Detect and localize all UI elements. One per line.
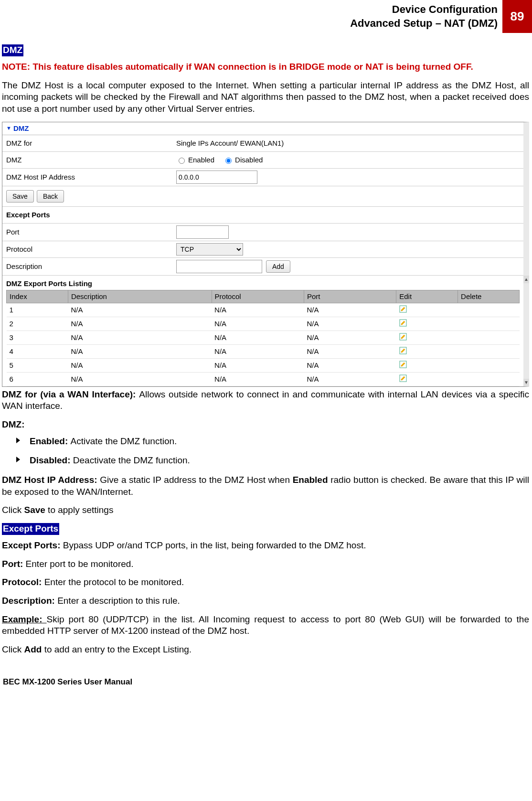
cell-description: N/A xyxy=(68,372,212,386)
cell-description: N/A xyxy=(68,344,212,358)
desc-except-ports: Except Ports: Bypass UDP or/and TCP port… xyxy=(2,540,529,552)
cell-index: 6 xyxy=(7,372,68,386)
dmz-enabled-radio[interactable] xyxy=(179,158,185,164)
col-index: Index xyxy=(7,290,68,303)
except-bold: Except Ports: xyxy=(2,540,63,550)
ui-section-title-text: DMZ xyxy=(13,124,29,133)
table-row: 1N/AN/AN/A xyxy=(7,303,520,317)
desc-protocol: Protocol: Enter the protocol to be monit… xyxy=(2,577,529,588)
row-dmz-host-ip: DMZ Host IP Address xyxy=(2,169,523,186)
page-number: 89 xyxy=(502,0,532,33)
desc-description: Description: Enter a description to this… xyxy=(2,595,529,607)
disabled-bold: Disabled: xyxy=(30,455,73,465)
scroll-up-icon[interactable]: ▲ xyxy=(523,276,529,283)
table-row: 6N/AN/AN/A xyxy=(7,372,520,386)
footer-text: BEC MX-1200 Series User Manual xyxy=(0,662,532,687)
cell-protocol: N/A xyxy=(212,317,304,331)
page-header: Device Configuration Advanced Setup – NA… xyxy=(0,0,532,33)
cell-protocol: N/A xyxy=(212,344,304,358)
col-description: Description xyxy=(68,290,212,303)
protocol-select[interactable]: TCP xyxy=(176,243,243,256)
embedded-ui-screenshot: ▼ DMZ DMZ for Single IPs Account/ EWAN(L… xyxy=(2,122,529,387)
dmz-host-ip-input[interactable] xyxy=(176,171,257,184)
edit-icon[interactable] xyxy=(399,319,407,327)
save-button[interactable]: Save xyxy=(6,190,34,203)
cell-port: N/A xyxy=(304,303,396,317)
cell-description: N/A xyxy=(68,358,212,372)
cell-edit xyxy=(396,344,458,358)
cell-port: N/A xyxy=(304,358,396,372)
header-line2: Advanced Setup – NAT (DMZ) xyxy=(350,17,498,31)
listing-table: Index Description Protocol Port Edit Del… xyxy=(6,290,520,386)
row-protocol: Protocol TCP xyxy=(2,241,523,258)
dmz-disabled-radio[interactable] xyxy=(225,158,232,164)
cell-delete xyxy=(458,372,520,386)
desc-host-bold: DMZ Host IP Address: xyxy=(2,475,100,485)
listing-title: DMZ Export Ports Listing xyxy=(6,279,520,290)
back-button[interactable]: Back xyxy=(37,190,64,203)
edit-icon[interactable] xyxy=(399,305,407,313)
dmz-options-list: Enabled: Activate the DMZ function. Disa… xyxy=(2,436,529,467)
edit-icon[interactable] xyxy=(399,333,407,341)
dmz-for-label: DMZ for xyxy=(2,136,172,150)
edit-icon[interactable] xyxy=(399,374,407,382)
desc-host-t1: Give a static IP address to the DMZ Host… xyxy=(100,475,292,485)
header-title-block: Device Configuration Advanced Setup – NA… xyxy=(350,0,502,33)
table-row: 5N/AN/AN/A xyxy=(7,358,520,372)
list-item: Disabled: Deactivate the DMZ function. xyxy=(16,455,529,467)
port-input[interactable] xyxy=(176,225,229,239)
except-ports-badge: Except Ports xyxy=(2,523,59,535)
cell-edit xyxy=(396,372,458,386)
add-button[interactable]: Add xyxy=(266,260,290,273)
cell-edit xyxy=(396,303,458,317)
save-t2: to apply settings xyxy=(45,505,114,515)
cell-index: 4 xyxy=(7,344,68,358)
cell-delete xyxy=(458,358,520,372)
desc-click-save: Click Save to apply settings xyxy=(2,504,529,516)
add-bold: Add xyxy=(24,644,42,654)
cell-edit xyxy=(396,358,458,372)
except-text: Bypass UDP or/and TCP ports, in the list… xyxy=(63,540,366,550)
port-label: Port xyxy=(2,225,172,239)
cell-port: N/A xyxy=(304,344,396,358)
cell-delete xyxy=(458,331,520,344)
desc-dmz-for: DMZ for (via a WAN Interface): Allows ou… xyxy=(2,389,529,412)
save-bold: Save xyxy=(24,505,45,515)
cell-port: N/A xyxy=(304,372,396,386)
dmz-for-value: Single IPs Account/ EWAN(LAN1) xyxy=(172,137,523,150)
description-input[interactable] xyxy=(176,260,262,273)
example-text: Skip port 80 (UDP/TCP) in the list. All … xyxy=(2,614,529,636)
except-ports-header: Except Ports xyxy=(2,207,523,224)
dmz-label: DMZ xyxy=(2,153,172,167)
listing-area: ▲ ▼ DMZ Export Ports Listing Index Descr… xyxy=(2,276,523,386)
cell-protocol: N/A xyxy=(212,303,304,317)
edit-icon[interactable] xyxy=(399,347,407,354)
cell-edit xyxy=(396,331,458,344)
desc-dmz-for-bold: DMZ for (via a WAN Interface): xyxy=(2,389,139,399)
scroll-down-icon[interactable]: ▼ xyxy=(523,379,529,386)
ui-section-title: ▼ DMZ xyxy=(2,122,523,135)
row-dmz-toggle: DMZ Enabled Disabled xyxy=(2,152,523,169)
dmz-section-badge: DMZ xyxy=(2,44,23,56)
cell-port: N/A xyxy=(304,317,396,331)
button-row: Save Back xyxy=(2,186,523,207)
col-port: Port xyxy=(304,290,396,303)
col-edit: Edit xyxy=(396,290,458,303)
cell-index: 1 xyxy=(7,303,68,317)
cell-description: N/A xyxy=(68,303,212,317)
table-row: 3N/AN/AN/A xyxy=(7,331,520,344)
descr-text: Enter a description to this rule. xyxy=(57,596,180,606)
description-label: Description xyxy=(2,259,172,274)
edit-icon[interactable] xyxy=(399,361,407,368)
header-line1: Device Configuration xyxy=(350,3,498,17)
intro-paragraph: The DMZ Host is a local computer exposed… xyxy=(2,80,529,115)
cell-protocol: N/A xyxy=(212,372,304,386)
save-t1: Click xyxy=(2,505,24,515)
cell-index: 3 xyxy=(7,331,68,344)
row-dmz-for: DMZ for Single IPs Account/ EWAN(LAN1) xyxy=(2,135,523,152)
proto-text: Enter the protocol to be monitored. xyxy=(44,577,184,587)
protocol-label: Protocol xyxy=(2,242,172,256)
cell-delete xyxy=(458,303,520,317)
col-protocol: Protocol xyxy=(212,290,304,303)
port-bold: Port: xyxy=(2,559,26,569)
